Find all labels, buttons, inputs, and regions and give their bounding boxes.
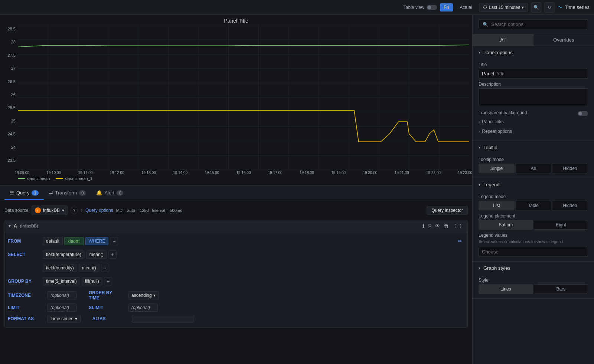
repeat-options-label: Repeat options <box>482 129 512 134</box>
search-options-wrap[interactable]: 🔍 <box>479 19 588 29</box>
query-info-icon[interactable]: ℹ <box>422 222 425 230</box>
section-legend: ▾ Legend Legend mode List Table Hidden L… <box>473 178 594 262</box>
all-overrides-tabs: All Overrides <box>473 34 594 46</box>
timezone-input[interactable]: (optional) <box>47 291 77 299</box>
fill-null-tag[interactable]: fill(null) <box>82 277 102 285</box>
query-drag-icon[interactable]: ⋮⋮ <box>452 222 464 230</box>
datasource-chevron: ▾ <box>62 208 64 213</box>
datasource-select[interactable]: i InfluxDB ▾ <box>32 206 68 215</box>
select-row-2: field(humidity) mean() + <box>8 262 464 274</box>
panel-links-link[interactable]: › Panel links <box>479 117 588 127</box>
legend-header[interactable]: ▾ Legend <box>473 178 594 191</box>
datasource-label: Data source <box>4 208 29 213</box>
chart-svg <box>18 25 469 170</box>
zoom-icon: 🔍 <box>533 5 539 10</box>
tooltip-header[interactable]: ▾ Tooltip <box>473 141 594 154</box>
tab-query[interactable]: ☰ Query 1 <box>4 186 44 200</box>
format-chevron: ▾ <box>75 316 77 321</box>
limit-input[interactable]: (optional) <box>47 304 77 312</box>
format-as-select[interactable]: Time series ▾ <box>47 315 81 323</box>
from-where-tag[interactable]: WHERE <box>85 237 109 245</box>
style-bars-btn[interactable]: Bars <box>534 284 588 294</box>
zoom-button[interactable]: 🔍 <box>531 2 541 13</box>
table-view-label: Table view <box>404 5 424 10</box>
panel-options-content: Title Description Transparent background… <box>473 59 594 141</box>
query-header: Data source i InfluxDB ▾ ? › Query optio… <box>4 206 468 215</box>
time-range-button[interactable]: ⏱ Last 15 minutes ▾ <box>479 3 528 12</box>
query-delete-icon[interactable]: 🗑 <box>443 222 450 230</box>
tab-alert[interactable]: 🔔 Alert 0 <box>91 186 128 200</box>
tooltip-chevron: ▾ <box>479 145 480 150</box>
transform-tab-label: Transform <box>55 190 77 196</box>
panel-options-header[interactable]: ▾ Panel options <box>473 46 594 59</box>
from-edit-button[interactable]: ✏ <box>456 237 464 245</box>
mean1-tag[interactable]: mean() <box>86 250 107 259</box>
section-graph-styles: ▾ Graph styles Style Lines Bars <box>473 262 594 299</box>
legend-green-label: xiaomi.mean <box>27 176 50 181</box>
legend-values-input[interactable] <box>479 247 588 257</box>
order-by-select[interactable]: ascending ▾ <box>128 291 159 299</box>
fill-button[interactable]: Fill <box>440 3 453 12</box>
legend-values-sublabel: Select values or calculations to show in… <box>479 239 588 244</box>
query-icon: ☰ <box>10 190 14 196</box>
legend-yellow-label: xiaomi.mean_1 <box>65 176 92 181</box>
refresh-button[interactable]: ↻ <box>544 2 555 13</box>
select-row-1: SELECT field(temperature) mean() + <box>8 249 464 260</box>
graph-styles-header[interactable]: ▾ Graph styles <box>473 262 594 275</box>
description-input[interactable] <box>479 88 588 106</box>
mean2-tag[interactable]: mean() <box>79 264 99 272</box>
main-content: Panel Title 28.5 28 27.5 27 26.5 26 25.5… <box>0 15 594 364</box>
query-tab-label: Query <box>16 190 29 196</box>
from-default-tag[interactable]: default <box>43 237 63 245</box>
select2-add-button[interactable]: + <box>101 264 109 272</box>
query-eye-icon[interactable]: 👁 <box>434 222 441 230</box>
field-temp-tag[interactable]: field(temperature) <box>43 250 85 259</box>
query-copy-icon[interactable]: ⎘ <box>427 222 432 230</box>
query-inspector-button[interactable]: Query inspector <box>427 206 468 215</box>
transparent-row: Transparent background <box>479 110 588 117</box>
search-options-input[interactable] <box>491 22 584 27</box>
datasource-info-button[interactable]: ? <box>71 207 78 214</box>
tooltip-hidden-btn[interactable]: Hidden <box>552 164 588 173</box>
legend-list-btn[interactable]: List <box>479 201 515 210</box>
query-options-link[interactable]: Query options <box>85 208 113 213</box>
repeat-options-link[interactable]: › Repeat options <box>479 127 588 136</box>
collapse-icon[interactable]: ▾ <box>9 223 11 229</box>
style-lines-btn[interactable]: Lines <box>479 284 533 294</box>
select1-add-button[interactable]: + <box>108 250 117 259</box>
legend-hidden-btn[interactable]: Hidden <box>552 201 588 210</box>
legend-right-btn[interactable]: Right <box>534 220 588 230</box>
select-label: SELECT <box>8 252 41 257</box>
slimit-input[interactable]: (optional) <box>128 304 158 312</box>
group-by-add-button[interactable]: + <box>104 277 112 285</box>
field-hum-tag[interactable]: field(humidity) <box>43 264 77 272</box>
from-add-button[interactable]: + <box>110 237 118 245</box>
from-xiaomi-tag[interactable]: xiaomi <box>64 237 84 245</box>
actual-button[interactable]: Actual <box>456 3 476 12</box>
tooltip-single-btn[interactable]: Single <box>479 164 515 173</box>
tab-overrides[interactable]: Overrides <box>533 34 594 46</box>
tooltip-title: Tooltip <box>483 145 497 150</box>
transparent-toggle[interactable] <box>578 111 588 116</box>
alias-label: ALIAS <box>92 316 126 321</box>
refresh-icon: ↻ <box>548 5 551 10</box>
table-view-toggle[interactable]: Table view <box>404 5 437 10</box>
alert-icon: 🔔 <box>96 190 102 196</box>
legend-table-btn[interactable]: Table <box>515 201 551 210</box>
tooltip-all-btn[interactable]: All <box>515 164 551 173</box>
legend-bottom-btn[interactable]: Bottom <box>479 220 533 230</box>
query-builder: FROM default xiaomi WHERE + ✏ SELECT fie… <box>5 232 467 327</box>
tab-all[interactable]: All <box>473 34 533 46</box>
alert-badge: 0 <box>117 190 123 196</box>
legend-mode-group: List Table Hidden <box>479 201 588 210</box>
clock-icon: ⏱ <box>483 5 487 10</box>
order-value: ascending <box>131 293 152 298</box>
table-view-switch[interactable] <box>427 5 437 10</box>
graph-styles-title: Graph styles <box>483 265 510 271</box>
panel-title-input[interactable] <box>479 69 588 79</box>
alias-input[interactable] <box>132 315 194 323</box>
tab-transform[interactable]: ⇄ Transform 0 <box>44 186 91 200</box>
repeat-options-chevron: › <box>479 129 480 134</box>
legend-yellow-line <box>56 178 63 179</box>
time-interval-tag[interactable]: time($_interval) <box>43 277 80 285</box>
